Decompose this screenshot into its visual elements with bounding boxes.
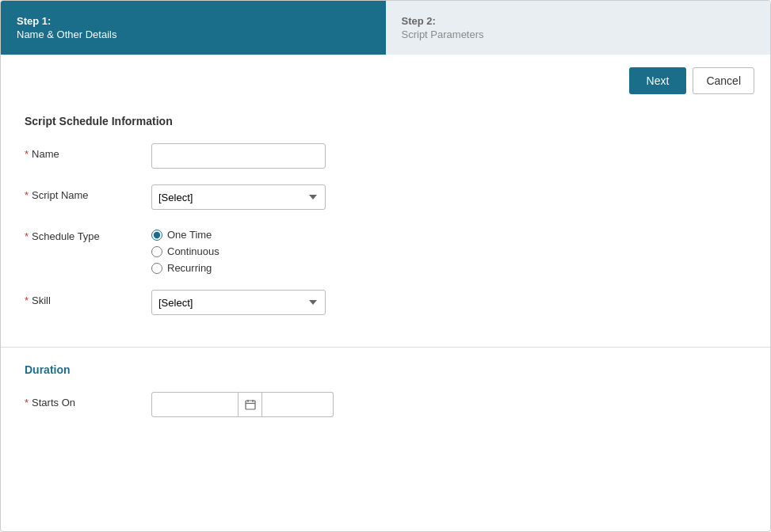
starts-on-label: * Starts On	[25, 392, 151, 408]
calendar-icon	[245, 399, 256, 410]
schedule-type-label-text: Schedule Type	[32, 230, 100, 242]
step2-name: Script Parameters	[402, 28, 755, 40]
main-window: Step 1: Name & Other Details Step 2: Scr…	[0, 0, 771, 532]
section-title: Script Schedule Information	[25, 115, 746, 127]
next-button[interactable]: Next	[629, 67, 687, 94]
cancel-button[interactable]: Cancel	[693, 67, 754, 94]
script-name-label: * Script Name	[25, 184, 151, 201]
script-name-label-text: Script Name	[32, 189, 89, 201]
schedule-one-time-option[interactable]: One Time	[151, 229, 219, 241]
duration-title: Duration	[25, 363, 746, 376]
script-name-row: * Script Name [Select]	[25, 184, 746, 210]
skill-label: * Skill	[25, 290, 151, 306]
schedule-type-radio-group: One Time Continuous Recurring	[151, 226, 219, 274]
schedule-continuous-label: Continuous	[167, 245, 219, 257]
step1-name: Name & Other Details	[17, 28, 370, 40]
schedule-type-required-star: *	[25, 230, 29, 242]
step-header: Step 1: Name & Other Details Step 2: Scr…	[1, 1, 770, 55]
script-name-select-wrapper: [Select]	[151, 184, 326, 210]
skill-required-star: *	[25, 294, 29, 306]
step1-tab[interactable]: Step 1: Name & Other Details	[1, 1, 386, 55]
schedule-recurring-label: Recurring	[167, 262, 212, 274]
step1-label: Step 1:	[17, 15, 370, 27]
step2-tab[interactable]: Step 2: Script Parameters	[386, 1, 771, 55]
skill-row: * Skill [Select]	[25, 290, 746, 315]
schedule-recurring-option[interactable]: Recurring	[151, 262, 219, 274]
starts-on-time-field: 11:52 AM	[151, 392, 334, 417]
skill-select[interactable]: [Select]	[151, 290, 326, 315]
schedule-one-time-radio[interactable]	[151, 230, 162, 241]
script-name-required-star: *	[25, 189, 29, 201]
starts-on-date-input[interactable]	[151, 392, 239, 417]
svg-rect-0	[246, 401, 255, 409]
schedule-continuous-option[interactable]: Continuous	[151, 245, 219, 257]
schedule-one-time-label: One Time	[167, 229, 212, 241]
schedule-recurring-radio[interactable]	[151, 263, 162, 274]
step2-label: Step 2:	[402, 15, 755, 27]
name-row: * Name	[25, 143, 746, 169]
schedule-type-row: * Schedule Type One Time Continuous Recu…	[25, 226, 746, 274]
script-name-select[interactable]: [Select]	[151, 184, 326, 210]
starts-on-row: * Starts On 11:52 AM	[25, 392, 746, 417]
toolbar: Next Cancel	[1, 55, 770, 107]
name-input[interactable]	[151, 143, 326, 169]
name-required-star: *	[25, 148, 29, 160]
schedule-type-label: * Schedule Type	[25, 226, 151, 242]
starts-on-required-star: *	[25, 397, 29, 408]
skill-label-text: Skill	[32, 294, 51, 306]
starts-on-time-input[interactable]: 11:52 AM	[262, 392, 334, 417]
skill-select-wrapper: [Select]	[151, 290, 326, 315]
form-section: Script Schedule Information * Name * Scr…	[1, 107, 770, 348]
name-label-text: Name	[32, 148, 59, 160]
duration-section: Duration * Starts On	[1, 348, 770, 449]
name-label: * Name	[25, 143, 151, 160]
starts-on-label-text: Starts On	[32, 397, 75, 408]
calendar-button[interactable]	[239, 392, 262, 417]
schedule-continuous-radio[interactable]	[151, 246, 162, 257]
main-content: Next Cancel Script Schedule Information …	[1, 55, 770, 531]
